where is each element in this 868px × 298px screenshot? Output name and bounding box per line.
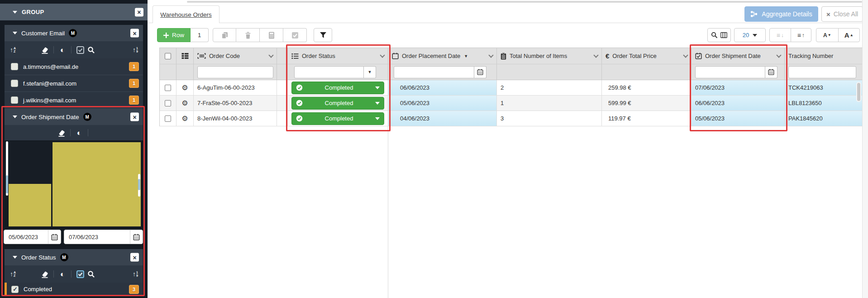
filter-button[interactable] [314,28,332,42]
add-row-count-input[interactable]: 1 [191,28,209,42]
chevron-down-icon[interactable] [380,53,385,58]
date-to-field [64,230,143,244]
placement-date-cell: 06/06/2023 [388,80,497,96]
filter-cell [277,64,288,80]
column-header-order-placement-date[interactable]: Order Placement Date ▼ [388,48,497,64]
email-filter-item[interactable]: f.stefani@email.com 1 [5,75,143,92]
email-filter-item[interactable]: a.timmons@email.de 1 [5,58,143,75]
horizontal-scrollbar[interactable] [187,1,862,3]
chevron-down-icon[interactable] [488,53,493,58]
order-status-panel-header[interactable]: Order Status M × [5,249,143,265]
group-header[interactable]: GROUP × [0,4,148,20]
calendar-icon[interactable] [765,66,777,78]
item-checkbox[interactable] [11,96,18,104]
sort-count-icon[interactable]: ↑19 [133,47,138,53]
chevron-down-icon[interactable] [593,53,598,58]
column-config-icon [181,53,189,59]
item-checkbox[interactable] [11,63,18,70]
tab-warehouse-orders[interactable]: Warehouse Orders [153,5,219,23]
contrast-icon[interactable]: ◐ [57,269,68,279]
close-panel-button[interactable]: × [130,29,139,38]
select-all-checkbox[interactable] [165,53,171,59]
count-badge: 1 [129,62,139,71]
search-icon[interactable] [86,44,96,55]
email-filter-item[interactable]: j.wilkins@email.com 1 [5,92,143,109]
tracking-number-filter-input[interactable] [788,66,856,78]
customer-email-panel-header[interactable]: Customer Email M × [5,25,143,41]
shipment-date-cell: 07/06/2023 [692,80,785,96]
toolbar-separator [53,46,54,53]
search-columns-button[interactable] [707,28,731,42]
row-height-decrease-button[interactable]: ≡↓ [770,29,791,42]
date-to-input[interactable] [64,234,130,240]
contrast-icon[interactable]: ◐ [57,44,68,55]
column-header-order-shipment-date[interactable]: Order Shipment Date [692,48,785,64]
item-checkbox-checked[interactable] [11,286,19,293]
gear-icon[interactable]: ⚙ [181,83,188,92]
chevron-down-icon[interactable] [683,53,688,58]
column-header-order-total-price[interactable]: € Order Total Price [602,48,692,64]
row-checkbox[interactable] [165,115,171,122]
status-dropdown-button[interactable]: Completed [291,82,384,94]
table-row[interactable]: ⚙ 8-JenWil-04-00-2023 Completed 04/06/20… [159,111,862,126]
font-size-decrease-button[interactable]: A▼ [816,29,838,42]
column-header-order-status[interactable]: Order Status [288,48,388,64]
table-row[interactable]: ⚙ 7-FraSte-05-00-2023 Completed 05/06/20… [159,96,862,111]
close-all-button[interactable]: × Close All [821,6,863,22]
calendar-icon[interactable] [48,230,61,244]
shipment-date-chart[interactable] [8,141,141,226]
gear-icon[interactable]: ⚙ [181,99,188,107]
checkbox-filter-icon[interactable] [75,44,86,55]
eraser-icon[interactable] [56,127,67,138]
column-header-order-code[interactable]: Order Code [194,48,277,64]
window-scrollbar[interactable] [862,0,868,298]
order-shipment-date-panel-header[interactable]: Order Shipment Date M × [5,109,143,125]
contrast-icon[interactable]: ◐ [74,127,85,138]
order-status-filter-select[interactable] [294,66,364,78]
select-dropdown-button[interactable]: ▼ [364,66,376,78]
close-group-button[interactable]: × [135,8,143,16]
sort-alpha-icon[interactable]: ↑AZ [10,47,16,53]
status-dropdown-button[interactable]: Completed [291,112,384,125]
total-price-cell: 259.98 € [602,80,692,96]
item-checkbox[interactable] [11,80,18,87]
eraser-icon[interactable] [39,269,50,279]
copy-rows-button[interactable] [213,28,236,42]
add-row-button[interactable]: Row [157,28,191,42]
row-checkbox[interactable] [165,100,171,106]
chevron-down-icon[interactable] [268,53,273,58]
row-height-increase-button[interactable]: ≡↑ [791,29,811,42]
column-header-tracking-number[interactable]: Tracking Number [785,48,862,64]
status-filter-item[interactable]: Completed 3 [5,283,143,296]
checkbox-filter-icon-active[interactable] [75,269,86,279]
close-panel-button[interactable]: × [130,253,139,262]
right-range-slider-thumb[interactable] [138,179,140,190]
table-row[interactable]: ⚙ 6-AguTim-06-00-2023 Completed 06/06/20… [159,80,862,96]
sort-count-icon[interactable]: ↑19 [133,271,138,277]
font-size-increase-button[interactable]: A▲ [838,29,860,42]
chevron-down-icon[interactable] [776,53,781,58]
aggregate-details-button[interactable]: Aggregate Details [744,6,818,22]
shipment-date-filter-input[interactable] [695,66,765,78]
placement-date-filter-input[interactable] [394,66,474,78]
calendar-icon[interactable] [474,66,486,78]
row-checkbox[interactable] [165,85,171,91]
status-dropdown-button[interactable]: Completed [291,97,384,110]
sort-alpha-icon[interactable]: ↑AZ [10,271,16,277]
close-panel-button[interactable]: × [130,113,139,121]
eraser-icon[interactable] [39,44,50,55]
page-size-dropdown[interactable]: 20 [734,28,766,42]
calculate-button[interactable] [260,28,283,42]
calendar-icon[interactable] [130,230,143,244]
left-range-slider-thumb[interactable] [6,175,8,193]
order-code-filter-input[interactable] [197,66,273,78]
date-from-input[interactable] [4,234,48,240]
validate-rows-button[interactable] [283,28,307,42]
delete-rows-button[interactable] [236,28,260,42]
grid-vertical-scrollbar-thumb[interactable] [856,82,861,102]
gear-icon[interactable]: ⚙ [181,114,188,123]
column-header-total-items[interactable]: Total Number of Items [497,48,602,64]
collapse-caret-icon [13,115,17,118]
search-icon[interactable] [86,269,96,279]
column-config-header-cell[interactable] [176,48,194,64]
